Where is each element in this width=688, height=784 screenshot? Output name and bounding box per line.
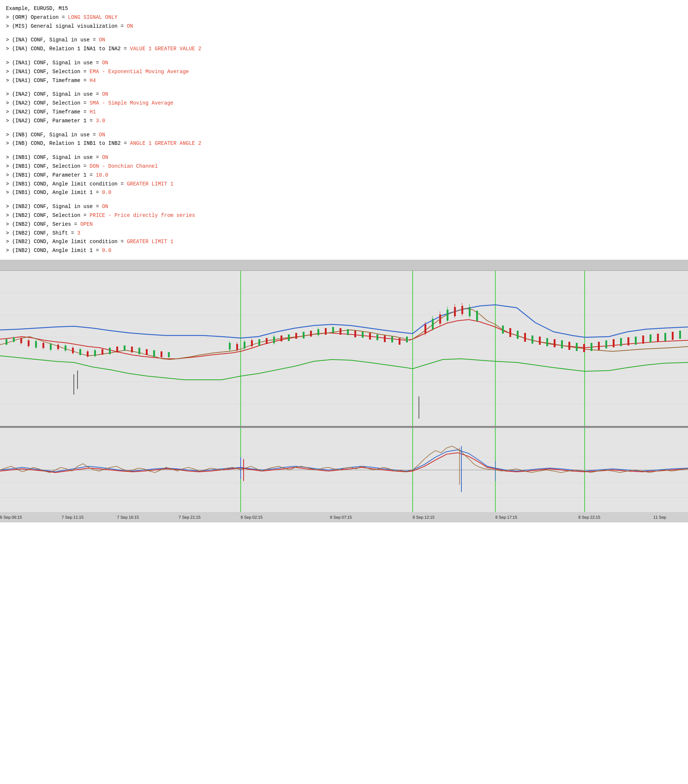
svg-rect-13 (13, 337, 15, 342)
inb2-shift-value: 3 (77, 230, 80, 236)
line-inb2-cond-limit: > (INB2) COND, Angle limit 1 = 0.0 (6, 246, 682, 255)
svg-rect-76 (399, 338, 401, 345)
svg-rect-11 (5, 339, 7, 345)
svg-rect-17 (28, 340, 30, 346)
time-label-0: 6 Sep 06:15 (0, 515, 22, 519)
line-ina1-conf-sel: > (INA1) CONF, Selection = EMA - Exponen… (6, 68, 682, 76)
spacer-4 (6, 126, 682, 131)
svg-rect-96 (524, 333, 526, 342)
spacer-5 (6, 148, 682, 153)
line-ina1-conf-tf: > (INA1) CONF, Timeframe = H4 (6, 76, 682, 86)
svg-rect-101 (561, 340, 563, 348)
svg-rect-73 (376, 334, 378, 340)
time-label-4: 8 Sep 02:15 (241, 515, 263, 519)
line-inb1-cond-angle: > (INB1) COND, Angle limit condition = G… (6, 180, 682, 189)
spacer-2 (6, 54, 682, 59)
mis-value: ON (127, 23, 133, 29)
main-chart (0, 271, 688, 426)
line-inb1-conf-sel: > (INB1) CONF, Selection = DON - Donchia… (6, 162, 682, 171)
sub-chart-svg (0, 428, 688, 512)
inb2-sel-value: PRICE - Price directly from series (90, 212, 195, 218)
ina-cond-value: VALUE 1 GREATER VALUE 2 (130, 46, 201, 52)
svg-rect-29 (109, 348, 111, 354)
svg-rect-106 (598, 342, 600, 350)
svg-rect-93 (502, 326, 504, 334)
line-inb2-cond-angle: > (INB2) COND, Angle limit condition = G… (6, 237, 682, 246)
inb2-limit-value: 0.0 (102, 247, 111, 254)
svg-rect-28 (102, 349, 103, 355)
line-inb1-conf-p1: > (INB1) CONF, Parameter 1 = 10.0 (6, 171, 682, 180)
svg-rect-113 (650, 334, 652, 343)
svg-rect-114 (657, 334, 659, 342)
spacer-1 (6, 31, 682, 36)
svg-rect-94 (509, 328, 511, 337)
svg-rect-98 (539, 337, 541, 345)
svg-rect-62 (303, 332, 304, 338)
svg-rect-25 (79, 349, 81, 355)
time-axis: 6 Sep 06:15 7 Sep 11:15 7 Sep 16:15 7 Se… (0, 512, 688, 522)
inb2-signal-value: ON (102, 204, 108, 209)
chart-container: 0 0.00000 0.00000 (0, 260, 688, 522)
line-title: Example, EURUSD, M15 (6, 5, 682, 13)
svg-rect-74 (384, 336, 386, 342)
orm-value: LONG SIGNAL ONLY (68, 15, 117, 20)
time-label-7: 8 Sep 17:15 (495, 515, 517, 519)
line-ina2-conf-p1: > (INA2) CONF, Parameter 1 = 3.0 (6, 117, 682, 126)
svg-rect-61 (295, 333, 297, 339)
ina2-tf-value: H1 (90, 109, 96, 115)
line-ina2-conf-signal: > (INA2) CONF, Signal in use = ON (6, 90, 682, 99)
svg-rect-35 (153, 350, 155, 357)
line-inb2-conf-signal: > (INB2) CONF, Signal in use = ON (6, 203, 682, 211)
inb1-angle-cond-value: GREATER LIMIT 1 (127, 181, 174, 187)
svg-rect-112 (642, 336, 644, 344)
svg-rect-103 (576, 343, 578, 351)
inb1-sel-value: DON - Donchian Channel (90, 163, 158, 169)
time-label-5: 8 Sep 07:15 (330, 515, 352, 519)
svg-rect-69 (347, 329, 349, 335)
info-section: Example, EURUSD, M15 > (ORM) Operation =… (0, 0, 688, 260)
svg-rect-26 (87, 351, 89, 357)
line-ina2-conf-tf: > (INA2) CONF, Timeframe = H1 (6, 108, 682, 117)
svg-rect-92 (476, 311, 478, 321)
inb1-p1-value: 10.0 (96, 172, 108, 178)
svg-rect-111 (635, 337, 637, 345)
svg-rect-117 (679, 331, 681, 339)
line-ina1-conf-signal: > (INA1) CONF, Signal in use = ON (6, 59, 682, 68)
svg-rect-70 (354, 331, 356, 337)
line-ina-conf: > (INA) CONF, Signal in use = ON (6, 36, 682, 45)
svg-rect-104 (583, 344, 585, 352)
sub-chart: 0 0.00000 0.00000 (0, 427, 688, 512)
time-label-2: 7 Sep 16:15 (117, 515, 139, 519)
svg-rect-116 (672, 332, 673, 340)
ina-conf-value: ON (99, 37, 105, 43)
svg-rect-24 (72, 348, 74, 353)
svg-rect-19 (35, 341, 37, 348)
svg-rect-102 (568, 342, 570, 350)
line-inb2-conf-series: > (INB2) CONF, Series = OPEN (6, 220, 682, 229)
svg-rect-15 (20, 338, 22, 343)
ina2-signal-value: ON (102, 91, 108, 97)
inb2-angle-cond-value: GREATER LIMIT 1 (127, 239, 174, 245)
time-label-6: 8 Sep 12:15 (413, 515, 434, 519)
ina2-p1-value: 3.0 (96, 118, 105, 124)
ina1-signal-value: ON (102, 60, 108, 66)
svg-rect-107 (605, 340, 607, 348)
svg-rect-33 (138, 348, 140, 354)
svg-rect-59 (281, 336, 282, 341)
line-inb-cond: > (INB) COND, Relation 1 INB1 to INB2 = … (6, 139, 682, 148)
svg-rect-95 (517, 331, 519, 339)
inb1-limit-value: 0.0 (102, 189, 111, 196)
svg-rect-66 (325, 328, 327, 335)
svg-rect-105 (591, 343, 593, 351)
svg-rect-20 (43, 343, 44, 348)
svg-rect-36 (161, 351, 163, 357)
svg-rect-71 (362, 332, 364, 338)
ina1-tf-value: H4 (90, 77, 96, 84)
line-ina2-conf-sel: > (INA2) CONF, Selection = SMA - Simple … (6, 99, 682, 108)
inb-signal-value: ON (99, 132, 105, 138)
svg-rect-72 (369, 333, 371, 339)
svg-rect-75 (391, 337, 393, 343)
spacer-3 (6, 85, 682, 90)
svg-rect-115 (664, 333, 666, 341)
inb-cond-value: ANGLE 1 GREATER ANGLE 2 (130, 140, 201, 146)
